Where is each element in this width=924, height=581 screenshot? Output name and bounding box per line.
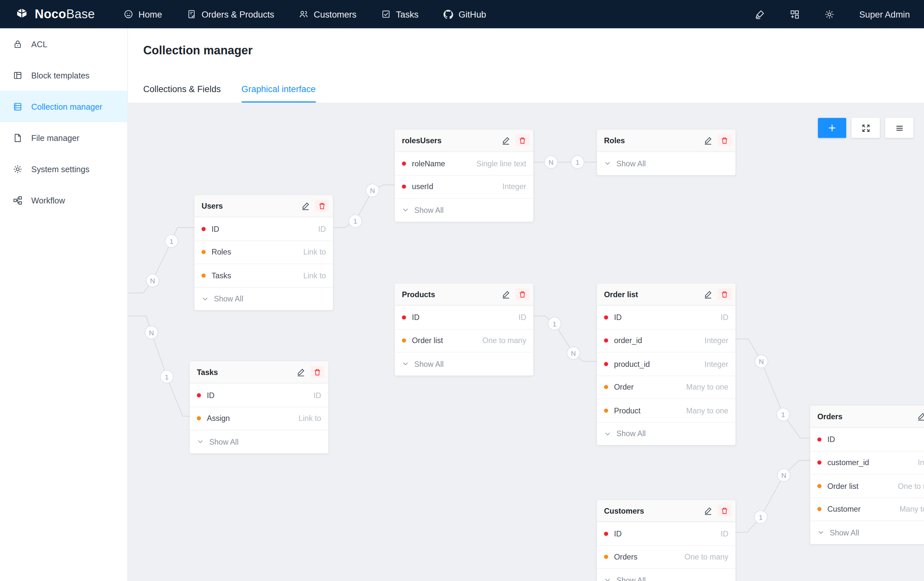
menu-button[interactable]	[885, 118, 913, 138]
check-square-icon	[381, 10, 391, 19]
sidebar-item-label: Workflow	[31, 195, 65, 205]
user-menu[interactable]: Super Admin	[859, 9, 910, 19]
field-dot	[402, 315, 406, 319]
tab-graphical-interface[interactable]: Graphical interface	[241, 84, 315, 103]
field-type: Integer	[705, 359, 728, 368]
card-header: Products	[395, 283, 534, 305]
collection-card-products[interactable]: Products IDID Order listOne to many Show…	[395, 283, 534, 375]
edit-icon[interactable]	[704, 290, 713, 298]
tab-collections-fields[interactable]: Collections & Fields	[143, 84, 221, 103]
nocobase-logo[interactable]: NocoBase	[0, 7, 111, 22]
field-dot	[604, 362, 609, 366]
edit-icon[interactable]	[502, 290, 510, 298]
delete-button[interactable]	[315, 200, 329, 212]
field-type: One to many	[482, 336, 526, 345]
sidebar-item-block-templates[interactable]: Block templates	[0, 60, 127, 91]
appstore-add-icon[interactable]	[790, 9, 800, 19]
trash-icon	[721, 136, 728, 144]
nav-item-github[interactable]: GitHub	[431, 0, 498, 28]
edit-icon[interactable]	[704, 506, 713, 515]
field-dot	[201, 250, 206, 254]
sidebar-item-system-settings[interactable]: System settings	[0, 153, 127, 185]
card-title: rolesUsers	[402, 136, 502, 144]
cardinality-badge: N	[544, 155, 558, 169]
edit-icon[interactable]	[502, 136, 510, 144]
er-canvas[interactable]: N 1 N 1 1 N N 1 1 N N 1 N 1 rolesUsers	[128, 103, 924, 581]
sidebar-item-collection-manager[interactable]: Collection manager	[0, 91, 127, 122]
cardinality-badge: N	[566, 346, 580, 360]
edit-icon[interactable]	[301, 202, 310, 210]
edit-icon[interactable]	[296, 367, 305, 376]
cardinality-badge: 1	[348, 214, 362, 228]
field-type: ID	[519, 313, 526, 321]
field-type: One to many	[898, 482, 924, 490]
fullscreen-button[interactable]	[851, 118, 880, 138]
collection-card-roles[interactable]: Roles Show All	[597, 129, 736, 175]
collection-card-order-list[interactable]: Order list IDID order_idInteger product_…	[597, 283, 736, 445]
delete-button[interactable]	[516, 134, 530, 146]
field-type: Many to one	[686, 406, 728, 415]
card-header: rolesUsers	[395, 129, 534, 151]
show-all-label: Show All	[617, 576, 646, 581]
show-all-label: Show All	[414, 359, 444, 368]
field-name: userId	[412, 182, 502, 191]
edit-icon[interactable]	[704, 136, 713, 144]
delete-button[interactable]	[718, 505, 731, 516]
field-type: ID	[318, 225, 326, 233]
field-row: customer_idInteger	[810, 451, 924, 474]
delete-button[interactable]	[718, 288, 731, 300]
gear-icon	[13, 164, 23, 174]
card-title: Tasks	[197, 367, 296, 376]
show-all-button[interactable]: Show All	[597, 151, 736, 175]
logo-text-secondary: Base	[66, 7, 95, 21]
show-all-button[interactable]: Show All	[395, 198, 534, 222]
settings-icon[interactable]	[825, 9, 835, 19]
field-name: ID	[614, 529, 721, 538]
delete-button[interactable]	[516, 288, 530, 300]
workflow-icon	[13, 195, 23, 205]
add-collection-button[interactable]	[818, 118, 846, 138]
sidebar-item-acl[interactable]: ACL	[0, 28, 127, 60]
collection-card-orders[interactable]: Orders IDID customer_idInteger Order lis…	[810, 406, 924, 544]
hamburger-icon	[895, 123, 904, 132]
field-name: order_id	[614, 336, 705, 345]
show-all-label: Show All	[214, 294, 243, 303]
delete-button[interactable]	[718, 134, 731, 146]
field-dot	[402, 161, 406, 166]
chevron-down-icon	[201, 295, 208, 302]
show-all-button[interactable]: Show All	[190, 430, 328, 453]
collection-card-rolesusers[interactable]: rolesUsers roleNameSingle line text user…	[395, 129, 534, 221]
show-all-button[interactable]: Show All	[597, 422, 736, 445]
field-name: Product	[614, 406, 686, 415]
show-all-button[interactable]: Show All	[195, 287, 333, 310]
sidebar-item-file-manager[interactable]: File manager	[0, 122, 127, 153]
highlighter-icon[interactable]	[755, 9, 765, 19]
field-name: product_id	[614, 359, 705, 368]
edit-icon[interactable]	[917, 412, 924, 420]
nav-item-customers[interactable]: Customers	[287, 0, 369, 28]
cardinality-badge: N	[146, 274, 159, 287]
show-all-button[interactable]: Show All	[810, 520, 924, 544]
collection-card-customers[interactable]: Customers IDID OrdersOne to many Show Al…	[597, 500, 736, 581]
database-icon	[13, 101, 23, 111]
field-row: IDID	[597, 305, 736, 329]
cardinality-badge: 1	[548, 317, 561, 331]
field-name: ID	[614, 313, 721, 321]
trash-icon	[721, 507, 728, 515]
collection-card-tasks[interactable]: Tasks IDID AssignLink to Show All	[190, 361, 328, 453]
field-type: ID	[314, 391, 322, 399]
delete-button[interactable]	[311, 366, 324, 378]
nav-item-home[interactable]: Home	[111, 0, 174, 28]
show-all-label: Show All	[617, 429, 646, 438]
show-all-button[interactable]: Show All	[597, 568, 736, 581]
show-all-button[interactable]: Show All	[395, 352, 534, 375]
edge-orderlist-orders	[735, 339, 810, 438]
nav-item-orders-products[interactable]: Orders & Products	[174, 0, 287, 28]
chevron-down-icon	[817, 529, 825, 536]
sidebar-item-workflow[interactable]: Workflow	[0, 185, 127, 216]
collection-card-users[interactable]: Users IDID RolesLink to TasksLink to Sho…	[195, 195, 333, 310]
field-name: Order list	[827, 482, 898, 490]
nav-item-tasks[interactable]: Tasks	[369, 0, 431, 28]
trash-icon	[318, 202, 326, 210]
chevron-down-icon	[402, 206, 409, 214]
